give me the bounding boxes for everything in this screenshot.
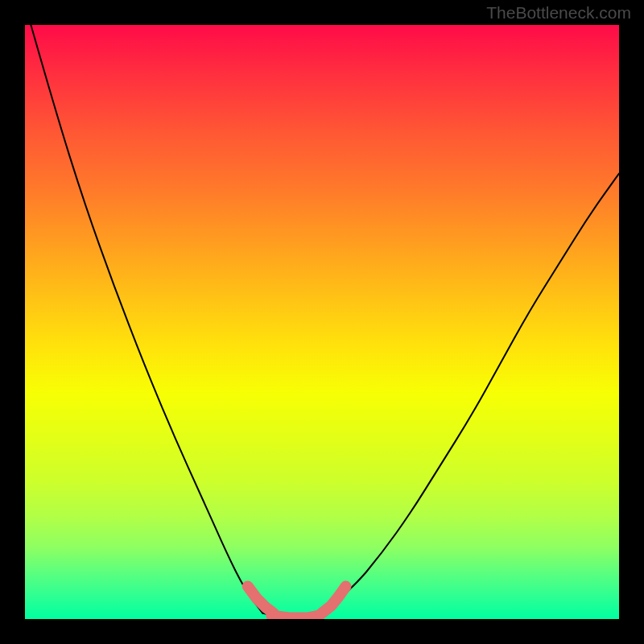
watermark-label: TheBottleneck.com bbox=[486, 3, 631, 23]
highlight-bottom bbox=[271, 616, 319, 618]
highlight-left bbox=[248, 586, 274, 613]
bottleneck-curve-right bbox=[322, 174, 619, 613]
chart-frame: TheBottleneck.com bbox=[0, 0, 644, 644]
bottleneck-curve-left bbox=[31, 25, 262, 613]
highlight-right bbox=[322, 586, 346, 613]
chart-svg bbox=[25, 25, 619, 619]
